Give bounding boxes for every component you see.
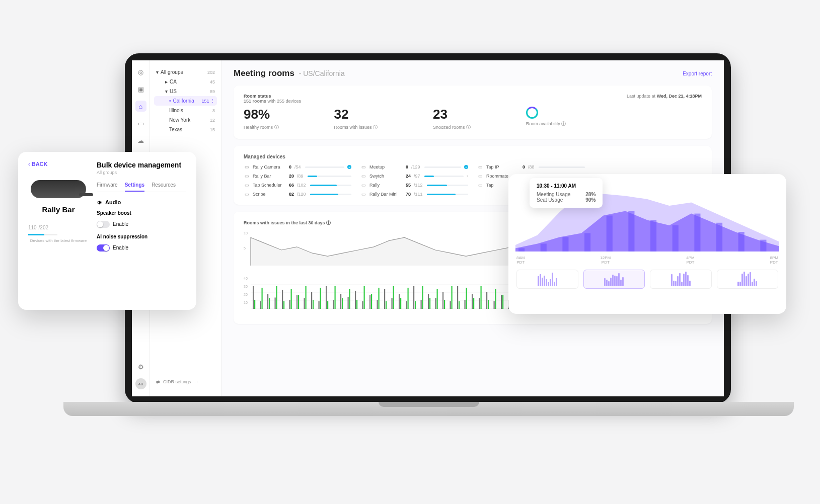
usage-thumb[interactable]: [516, 270, 578, 289]
svg-rect-134: [562, 237, 568, 251]
svg-rect-26: [311, 292, 312, 309]
group-us[interactable]: ▾ US89: [154, 87, 217, 96]
export-report-link[interactable]: Export report: [683, 71, 712, 76]
svg-text:10: 10: [244, 301, 248, 304]
device-icon: ▭: [477, 174, 483, 179]
device-row[interactable]: ▭Swytch24/97›: [360, 174, 468, 179]
group-newyork[interactable]: New York12: [154, 115, 217, 125]
svg-rect-59: [429, 298, 430, 309]
noise-suppression-toggle[interactable]: [97, 244, 110, 251]
svg-rect-140: [694, 214, 700, 251]
group-texas[interactable]: Texas15: [154, 125, 217, 134]
tab-resources[interactable]: Resources: [152, 182, 176, 192]
laptop-base: [63, 402, 794, 416]
svg-text:5: 5: [244, 246, 246, 250]
svg-text:10: 10: [244, 231, 248, 235]
svg-rect-37: [349, 289, 350, 309]
svg-rect-36: [348, 297, 349, 309]
tab-settings[interactable]: Settings: [125, 182, 144, 192]
svg-rect-17: [276, 286, 277, 309]
device-row[interactable]: ▭Meetup0/129+: [360, 164, 468, 170]
group-illinois[interactable]: Illinois8: [154, 106, 217, 115]
gear-icon[interactable]: ◎: [135, 66, 146, 77]
svg-rect-63: [444, 300, 445, 309]
svg-rect-12: [260, 301, 261, 309]
device-row[interactable]: ▭Rally Bar20/89: [244, 174, 351, 179]
svg-rect-38: [355, 291, 356, 309]
chevron-right-icon[interactable]: ›: [467, 174, 468, 179]
device-name: Rally Bar: [28, 205, 89, 214]
svg-rect-31: [327, 301, 328, 309]
svg-rect-52: [406, 301, 407, 309]
device-row[interactable]: ▭Tap Scheduler66/102: [244, 183, 351, 188]
svg-rect-138: [650, 220, 656, 251]
svg-rect-70: [472, 294, 473, 309]
svg-rect-73: [481, 286, 482, 309]
svg-rect-21: [291, 289, 292, 309]
audio-section: 🕩Audio: [97, 199, 186, 205]
device-icon: ▭: [477, 164, 483, 170]
svg-rect-18: [282, 290, 283, 309]
device-row[interactable]: ▭Rally55/112: [360, 183, 468, 188]
device-row[interactable]: ▭Rally Bar Mini78/111: [360, 192, 468, 197]
device-icon: ▭: [360, 183, 366, 188]
svg-rect-42: [369, 295, 370, 309]
device-icon: ▭: [244, 164, 250, 170]
id-icon[interactable]: ▭: [135, 118, 146, 129]
usage-thumb[interactable]: [583, 270, 645, 289]
room-status-card: Room status 151 rooms with 255 devices L…: [234, 86, 712, 139]
svg-rect-48: [392, 298, 393, 309]
group-all[interactable]: ▾ All groups202: [154, 67, 217, 77]
svg-rect-14: [267, 294, 268, 309]
device-row[interactable]: ▭Tap IP0/88: [477, 164, 585, 170]
svg-rect-76: [494, 301, 495, 309]
svg-rect-58: [428, 294, 429, 309]
tab-firmware[interactable]: Firmware: [97, 182, 118, 192]
svg-rect-143: [760, 240, 766, 251]
info-badge-icon[interactable]: +: [464, 165, 468, 169]
speaker-icon: 🕩: [97, 199, 102, 205]
info-badge-icon[interactable]: +: [347, 165, 351, 169]
svg-rect-65: [452, 286, 453, 309]
device-row[interactable]: ▭Rally Camera0/54+: [244, 164, 351, 170]
svg-rect-16: [275, 298, 276, 309]
hour-label: 12PMPDT: [600, 256, 611, 265]
svg-rect-10: [253, 286, 254, 309]
svg-rect-78: [501, 295, 502, 309]
cidr-settings-link[interactable]: ⇄ CIDR settings →: [156, 379, 199, 384]
usage-thumb[interactable]: [650, 270, 712, 289]
camera-icon[interactable]: ⌂: [135, 101, 146, 112]
metric-healthy: 98%Healthy rooms ⓘ: [244, 107, 279, 131]
svg-rect-62: [442, 292, 443, 309]
svg-rect-46: [384, 289, 385, 309]
speaker-boost-label: Speaker boost: [97, 210, 186, 216]
speaker-boost-toggle[interactable]: [97, 221, 110, 228]
device-icon: ▭: [477, 183, 483, 188]
svg-rect-141: [716, 223, 722, 251]
svg-rect-47: [386, 301, 387, 309]
svg-rect-67: [459, 301, 460, 309]
managed-devices-title: Managed devices: [244, 154, 702, 159]
svg-rect-22: [296, 295, 297, 309]
svg-rect-77: [495, 289, 496, 309]
device-icon: ▭: [244, 192, 250, 197]
settings-icon[interactable]: ⚙: [135, 361, 146, 372]
device-image: [31, 180, 86, 198]
metric-issues: 32Rooms with issues ⓘ: [334, 107, 378, 131]
svg-rect-66: [457, 286, 458, 309]
device-row[interactable]: ▭Scribe82/120: [244, 192, 351, 197]
cloud-icon[interactable]: ☁: [135, 135, 146, 146]
svg-rect-39: [356, 300, 357, 309]
monitor-icon[interactable]: ▣: [135, 83, 146, 95]
back-button[interactable]: ‹ BACK: [28, 161, 89, 167]
device-icon: ▭: [360, 174, 366, 179]
svg-rect-24: [304, 298, 305, 309]
svg-rect-139: [673, 225, 679, 251]
svg-text:30: 30: [244, 285, 248, 288]
hour-label: 8AMPDT: [516, 256, 525, 265]
avatar-icon[interactable]: AB: [135, 378, 146, 389]
svg-rect-55: [415, 301, 416, 309]
group-ca[interactable]: ▸ CA45: [154, 77, 217, 87]
usage-thumb[interactable]: [717, 270, 779, 289]
group-california[interactable]: • California151 ⋮: [154, 96, 217, 106]
